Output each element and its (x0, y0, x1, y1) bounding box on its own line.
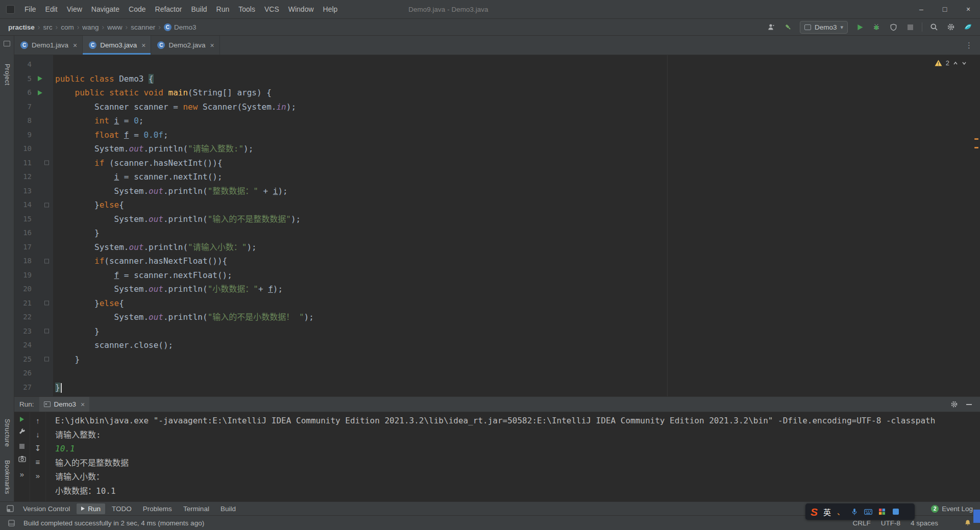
tool-window-switcher-icon[interactable] (5, 503, 15, 514)
soft-wrap-icon[interactable]: ≡ (36, 458, 40, 466)
code-text: }else{ (53, 296, 124, 311)
more-actions-icon[interactable]: » (20, 470, 24, 478)
maximize-button[interactable]: □ (933, 0, 957, 18)
stripe-item-bookmarks[interactable]: Bookmarks (4, 460, 11, 494)
menu-edit[interactable]: Edit (41, 3, 62, 15)
hide-panel-icon[interactable] (966, 404, 972, 405)
more-console-actions-icon[interactable]: » (36, 472, 40, 479)
run-line-icon[interactable] (38, 90, 42, 95)
editor-tab-demo3-java[interactable]: CDemo3.java× (83, 36, 151, 55)
gutter-icons (35, 142, 53, 156)
console-tab-icon (44, 401, 51, 407)
code-editor[interactable]: 45public class Demo3 {6 public static vo… (14, 55, 980, 396)
ime-language-mode[interactable]: 英 (823, 507, 831, 517)
ime-mic-icon[interactable] (850, 508, 859, 516)
debug-button[interactable] (871, 22, 881, 32)
menu-run[interactable]: Run (212, 3, 234, 15)
settings-gear-icon[interactable] (946, 22, 956, 32)
close-tab-icon[interactable]: × (73, 41, 77, 49)
menu-view[interactable]: View (62, 3, 87, 15)
menu-file[interactable]: File (20, 3, 41, 15)
fold-marker-icon[interactable] (44, 259, 49, 263)
menu-vcs[interactable]: VCS (260, 3, 284, 15)
toolwindow-button-problems[interactable]: Problems (138, 503, 177, 514)
notification-bell-icon[interactable] (963, 518, 973, 528)
close-button[interactable]: × (957, 0, 980, 18)
minimize-button[interactable]: – (910, 0, 933, 18)
status-panel-icon[interactable] (6, 518, 16, 528)
ime-keyboard-icon[interactable] (864, 508, 872, 516)
down-stack-trace-icon[interactable]: ↓ (36, 431, 40, 438)
profile-icon[interactable] (766, 22, 776, 32)
tab-options-icon[interactable]: ⋮ (958, 36, 980, 55)
stripe-item-structure[interactable]: Structure (4, 419, 11, 447)
fold-marker-icon[interactable] (44, 203, 49, 207)
toolwindow-button-todo[interactable]: TODO (107, 503, 136, 514)
inspections-widget[interactable]: 2 (935, 59, 967, 67)
stop-process-icon[interactable] (19, 444, 24, 449)
project-tool-icon[interactable] (4, 41, 10, 46)
ime-toolbox-icon[interactable] (878, 508, 886, 516)
ide-feature-icon[interactable] (963, 22, 973, 32)
status-widget-utf-8[interactable]: UTF-8 (881, 519, 900, 527)
build-hammer-icon[interactable] (783, 22, 793, 32)
editor-line: 20 System.out.println("小数数据："+ f); (14, 282, 972, 296)
status-widget-4-spaces[interactable]: 4 spaces (911, 519, 938, 527)
rerun-icon[interactable] (20, 417, 24, 422)
fold-marker-icon[interactable] (44, 357, 49, 362)
prev-issue-icon[interactable] (953, 61, 958, 66)
menu-tools[interactable]: Tools (234, 3, 260, 15)
fold-marker-icon[interactable] (44, 329, 49, 334)
menu-window[interactable]: Window (284, 3, 318, 15)
scroll-to-end-icon[interactable]: ↧ (35, 444, 41, 452)
stop-button[interactable] (905, 22, 915, 32)
fold-marker-icon[interactable] (44, 301, 49, 306)
editor-tab-demo2-java[interactable]: CDemo2.java× (151, 36, 219, 55)
run-configuration-select[interactable]: Demo3 ▾ (800, 21, 848, 34)
close-tab-icon[interactable]: × (141, 41, 145, 49)
status-widget-crlf[interactable]: CRLF (852, 519, 870, 527)
code-text: } (53, 324, 100, 339)
console-output[interactable]: E:\jdk\bin\java.exe "-javaagent:E:\Intel… (46, 412, 980, 501)
toolwindow-button-run[interactable]: Run (77, 503, 105, 514)
breadcrumb-item-scanner[interactable]: scanner (131, 23, 155, 31)
breadcrumb-item-src[interactable]: src (43, 23, 52, 31)
ime-skin-icon[interactable] (892, 508, 900, 516)
search-everywhere-icon[interactable] (929, 22, 939, 32)
toolwindow-button-terminal[interactable]: Terminal (179, 503, 214, 514)
ime-punctuation-icon[interactable]: 、 (837, 508, 845, 516)
breadcrumb-item-demo3[interactable]: Demo3 (174, 23, 197, 31)
breadcrumb-item-www[interactable]: www (107, 23, 122, 31)
breadcrumb-item-wang[interactable]: wang (82, 23, 99, 31)
editor-tab-demo1-java[interactable]: CDemo1.java× (14, 36, 83, 55)
toolwindow-button-version-control[interactable]: Version Control (18, 503, 75, 514)
code-text: if (scanner.hasNextInt()){ (53, 156, 223, 170)
toolwindow-button-build[interactable]: Build (216, 503, 240, 514)
run-console-tab[interactable]: Demo3 × (39, 397, 90, 412)
thread-dump-icon[interactable] (18, 455, 26, 464)
next-issue-icon[interactable] (962, 61, 967, 66)
menu-navigate[interactable]: Navigate (87, 3, 124, 15)
console-settings-gear-icon[interactable] (949, 399, 959, 410)
warning-stripe-mark[interactable] (974, 138, 978, 140)
run-line-icon[interactable] (38, 76, 42, 81)
close-console-icon[interactable]: × (81, 400, 85, 409)
menu-code[interactable]: Code (124, 3, 150, 15)
run-tab-label: Demo3 (54, 400, 77, 408)
console-settings-wrench-icon[interactable] (18, 428, 26, 438)
menu-help[interactable]: Help (318, 3, 342, 15)
run-button[interactable] (854, 22, 865, 32)
menu-refactor[interactable]: Refactor (151, 3, 187, 15)
event-log-button[interactable]: 2 Event Log (931, 505, 975, 513)
coverage-button[interactable] (888, 22, 898, 32)
up-stack-trace-icon[interactable]: ↑ (36, 417, 40, 424)
stripe-item-project[interactable]: Project (4, 64, 11, 85)
fold-marker-icon[interactable] (44, 161, 49, 165)
ime-toolbar[interactable]: S 英 、 (805, 503, 915, 520)
status-message[interactable]: Build completed successfully in 2 sec, 4… (23, 519, 204, 527)
breadcrumb-item-com[interactable]: com (61, 23, 74, 31)
menu-build[interactable]: Build (186, 3, 211, 15)
close-tab-icon[interactable]: × (210, 41, 214, 49)
breadcrumb-item-practise[interactable]: practise (8, 23, 35, 31)
warning-stripe-mark[interactable] (974, 147, 978, 148)
